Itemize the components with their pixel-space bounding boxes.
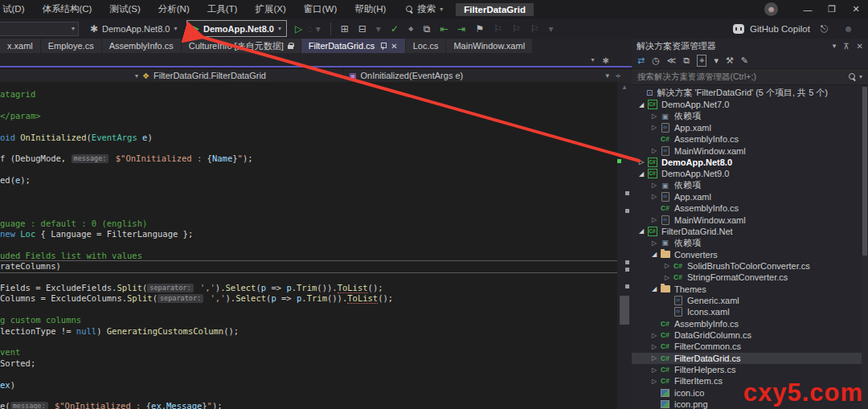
panel-scrollbar[interactable] <box>862 87 868 409</box>
navbar-member-dropdown[interactable]: ▣ OnInitialized(EventArgs e) <box>343 69 632 82</box>
tree-item[interactable]: C#AssemblyInfo.cs <box>632 202 862 214</box>
close-icon[interactable]: ✕ <box>391 42 397 51</box>
tab[interactable]: AssemblyInfo.cs <box>102 39 181 53</box>
expander-icon[interactable]: ▷ <box>649 332 659 339</box>
expander-icon[interactable]: ▷ <box>649 378 659 385</box>
search-box[interactable]: 搜索 ▾ <box>406 3 443 15</box>
tree-item[interactable]: ◢Converters <box>632 248 862 260</box>
indent-increase-icon[interactable]: ⇥ <box>457 23 465 35</box>
navbar-type-dropdown[interactable]: ▾ ❖ FilterDataGrid.FilterDataGrid <box>0 69 343 82</box>
pin-icon[interactable] <box>380 43 386 50</box>
wrench-icon[interactable]: ⚒ <box>726 55 734 66</box>
expander-icon[interactable]: ◢ <box>637 101 646 108</box>
expander-icon[interactable]: ▷ <box>649 147 659 154</box>
minimize-button[interactable]: — <box>796 0 820 18</box>
menu-item[interactable]: 帮助(H) <box>346 0 395 18</box>
solution-configurations-dropdown[interactable]: ▾ <box>0 22 79 36</box>
sync-active-document-icon[interactable]: ⌖ <box>697 55 706 67</box>
editor-split-controls[interactable]: ▾ ÷ <box>605 69 620 82</box>
github-copilot-button[interactable]: GitHub Copilot ⎋ ☻ <box>733 18 858 39</box>
menu-item[interactable]: 分析(N) <box>149 0 199 18</box>
scrollbar-thumb[interactable] <box>620 296 629 325</box>
tab[interactable]: x.xaml <box>0 39 40 53</box>
bookmark-prev-icon[interactable]: ⚐ <box>493 23 502 35</box>
expander-icon[interactable]: ▷ <box>649 239 659 247</box>
caret-down-icon[interactable]: ▾ <box>714 55 719 66</box>
feedback-icon[interactable]: ☻ <box>843 23 854 35</box>
caret-down-icon[interactable]: ▾ <box>548 23 553 35</box>
scroll-up-arrow[interactable]: ▲ <box>617 84 632 91</box>
switch-views-icon[interactable]: ⇄ <box>637 55 645 66</box>
properties-icon[interactable]: ⧉ <box>683 55 690 66</box>
tree-item[interactable]: ▷‹›App.xaml <box>632 191 862 202</box>
expander-icon[interactable]: ▷ <box>662 262 672 269</box>
expander-icon[interactable]: ◢ <box>649 285 659 292</box>
indent-decrease-icon[interactable]: ⇤ <box>440 23 448 35</box>
expander-icon[interactable]: ▷ <box>649 343 659 350</box>
menu-item[interactable]: 工具(T) <box>199 0 247 18</box>
tree-item[interactable]: ▷▣依赖项 <box>632 237 862 248</box>
tab[interactable]: FilterDataGrid.cs✕ <box>301 39 405 53</box>
tree-item[interactable]: ▷C#SolidBrushToColorConverter.cs <box>632 260 862 272</box>
menu-item[interactable]: 测试(S) <box>100 0 149 18</box>
bookmark-icon[interactable]: ⚑ <box>475 23 484 35</box>
tree-item[interactable]: ▷▣依赖项 <box>632 110 862 121</box>
expander-icon[interactable]: ▷ <box>649 216 659 223</box>
close-button[interactable]: ✕ <box>844 0 868 18</box>
tree-item[interactable]: ▷‹›MainWindow.xaml <box>632 145 862 156</box>
tree-item[interactable]: ▷▣依赖项 <box>632 179 862 190</box>
spell-check-icon[interactable]: ✓ <box>391 23 399 35</box>
tab[interactable]: CultureInfo [来自元数据] <box>182 39 301 53</box>
tree-item[interactable]: ◢C#DemoApp.Net9.0 <box>632 168 862 179</box>
maximize-button[interactable]: ❐ <box>820 0 844 18</box>
tree-item[interactable]: C#AssemblyInfo.cs <box>632 318 862 329</box>
tab[interactable]: Loc.cs <box>406 39 446 53</box>
expander-icon[interactable]: ◢ <box>649 251 659 258</box>
tree-item[interactable]: ▷C#FilterHelpers.cs <box>632 364 862 375</box>
tree-item[interactable]: C#AssemblyInfo.cs <box>632 133 862 145</box>
tree-item[interactable]: ‹›Generic.xaml <box>632 295 862 306</box>
navigate-back-icon[interactable]: ⌖ <box>408 23 414 35</box>
tree-item[interactable]: ▷‹›App.xaml <box>632 122 862 133</box>
expander-icon[interactable]: ▷ <box>649 366 659 374</box>
tab[interactable]: Employe.cs <box>41 39 101 53</box>
expander-icon[interactable]: ◢ <box>637 170 646 178</box>
account-avatar[interactable]: ☻ <box>764 2 778 16</box>
menu-item[interactable]: 体系结构(C) <box>33 0 100 18</box>
menu-item[interactable]: 试(D) <box>0 0 33 18</box>
tools-icon[interactable]: ✎ <box>741 55 748 66</box>
tree-item[interactable]: ◢Themes <box>632 284 862 295</box>
tree-item[interactable]: ▷C#DemoApp.Net8.0 <box>632 157 862 168</box>
chevron-down-icon[interactable]: ▾ <box>833 42 837 50</box>
pin-icon[interactable]: ⊼ <box>843 42 849 51</box>
startup-project-dropdown[interactable]: DemoApp.Net8.0 ▾ <box>102 24 177 34</box>
expander-icon[interactable]: ◢ <box>637 227 646 235</box>
run-button[interactable]: ▶ DemoApp.Net8.0 ▾ <box>186 20 287 37</box>
menu-item[interactable]: 扩展(X) <box>246 0 294 18</box>
expander-icon[interactable]: ▷ <box>649 182 659 189</box>
tree-item[interactable]: ▷C#StringFormatConverter.cs <box>632 272 862 283</box>
gear-icon[interactable]: ✱ <box>603 56 609 65</box>
tree-item[interactable]: ▷C#DataGridColumn.cs <box>632 329 862 341</box>
expander-icon[interactable]: ▷ <box>637 158 646 166</box>
solution-search-input[interactable]: 搜索解决方案资源管理器(Ctrl+;) ▾ <box>632 69 868 85</box>
tab[interactable]: MainWindow.xaml <box>446 39 532 53</box>
expander-icon[interactable]: ▷ <box>649 354 659 362</box>
bookmark-next-icon[interactable]: ⚐ <box>512 23 521 35</box>
pending-changes-icon[interactable]: ◷ <box>652 55 660 66</box>
caret-down-icon[interactable]: ▾ <box>376 23 381 35</box>
save-all-icon[interactable]: ⊟ <box>358 23 366 35</box>
expander-icon[interactable]: ▷ <box>649 112 659 120</box>
tree-item[interactable]: ‹›Icons.xaml <box>632 306 862 317</box>
tree-item[interactable]: ◢C#FilterDataGrid.Net <box>632 226 862 237</box>
hot-reload-button[interactable]: ◌ ▾ <box>307 23 321 35</box>
collapse-all-icon[interactable]: ≪ <box>667 55 677 66</box>
close-icon[interactable]: ✕ <box>857 42 863 51</box>
code-editor[interactable]: atagrid</param>oid OnInitialized(EventAr… <box>0 82 617 409</box>
chevron-down-icon[interactable]: ▾ <box>592 56 595 65</box>
tree-item[interactable]: ▷C#FilterDataGrid.cs <box>632 353 862 364</box>
tree-item[interactable]: ▷‹›MainWindow.xaml <box>632 214 862 225</box>
editor-vertical-scrollbar[interactable]: ▲ <box>617 82 632 409</box>
expander-icon[interactable]: ▷ <box>662 274 672 281</box>
new-item-icon[interactable]: ⊞ <box>341 23 349 35</box>
